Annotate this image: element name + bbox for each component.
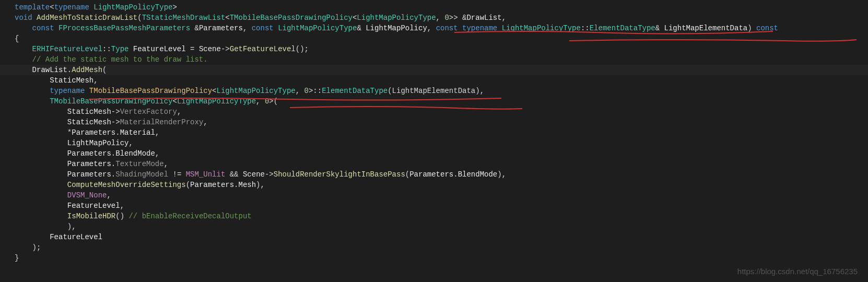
code-line: TMobileBasePassDrawingPolicy<LightMapPol… bbox=[0, 96, 868, 107]
comment: // Add the static mesh to the draw list. bbox=[15, 55, 208, 64]
code-line: DVSM_None, bbox=[0, 190, 868, 201]
code-line: FeatureLevel, bbox=[0, 201, 868, 211]
code-line: *Parameters.Material, bbox=[0, 127, 868, 138]
watermark: https://blog.csdn.net/qq_16756235 bbox=[737, 266, 858, 277]
code-line: StaticMesh, bbox=[0, 75, 868, 86]
type: LightMapPolicyType bbox=[93, 3, 172, 11]
code-line: Parameters.ShadingModel != MSM_Unlit && … bbox=[0, 169, 868, 180]
code-line: { bbox=[0, 33, 868, 44]
code-line: LightMapPolicy, bbox=[0, 138, 868, 148]
code-line: IsMobileHDR() // bEnableReceiveDecalOutp… bbox=[0, 211, 868, 221]
code-line: StaticMesh->MaterialRenderProxy, bbox=[0, 117, 868, 127]
code-line: // Add the static mesh to the draw list. bbox=[0, 54, 868, 65]
code-line-active: DrawList.AddMesh( bbox=[0, 65, 868, 75]
code-line: template<typename LightMapPolicyType> bbox=[0, 2, 868, 13]
keyword: typename bbox=[54, 3, 89, 11]
function-name: AddMeshToStaticDrawList bbox=[37, 14, 137, 22]
code-line: StaticMesh->VertexFactory, bbox=[0, 107, 868, 117]
code-line: ComputeMeshOverrideSettings(Parameters.M… bbox=[0, 180, 868, 190]
code-line: Parameters.TextureMode, bbox=[0, 159, 868, 169]
code-line: ); bbox=[0, 242, 868, 253]
code-line: void AddMeshToStaticDrawList(TStaticMesh… bbox=[0, 13, 868, 23]
code-line: ERHIFeatureLevel::Type FeatureLevel = Sc… bbox=[0, 44, 868, 54]
keyword: template bbox=[15, 3, 50, 11]
code-line: const FProcessBasePassMeshParameters &Pa… bbox=[0, 23, 868, 33]
code-line: } bbox=[0, 253, 868, 263]
code-line: ), bbox=[0, 221, 868, 232]
code-line: FeatureLevel bbox=[0, 232, 868, 242]
code-line: Parameters.BlendMode, bbox=[0, 148, 868, 159]
code-line: typename TMobileBasePassDrawingPolicy<Li… bbox=[0, 86, 868, 96]
code-editor[interactable]: template<typename LightMapPolicyType> vo… bbox=[0, 0, 868, 265]
